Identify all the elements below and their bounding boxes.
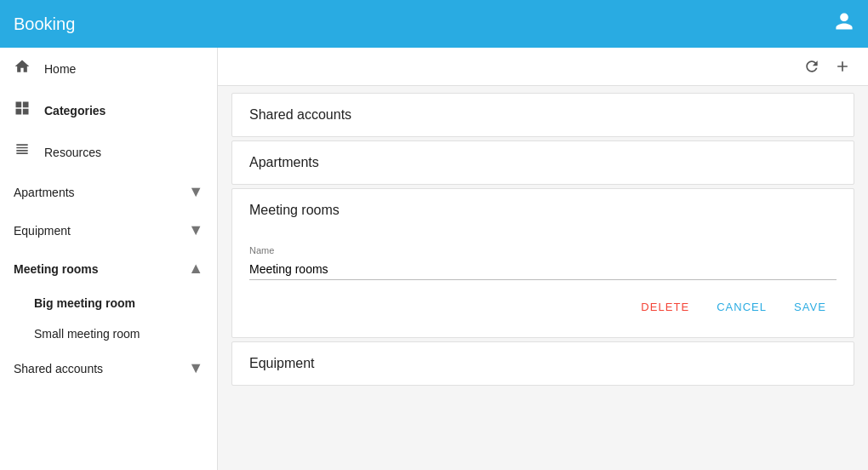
topbar: Booking bbox=[0, 0, 868, 48]
card-meeting-rooms-body: Name DELETE CANCEL SAVE bbox=[232, 232, 854, 337]
resources-icon bbox=[14, 141, 31, 163]
card-shared-accounts-header[interactable]: Shared accounts bbox=[232, 94, 854, 136]
layout: Home Categories Resources Apartments ▼ E… bbox=[0, 48, 868, 470]
card-apartments-header[interactable]: Apartments bbox=[232, 141, 854, 184]
equipment-arrow-icon: ▼ bbox=[188, 221, 203, 239]
card-apartments: Apartments bbox=[231, 140, 854, 185]
sidebar-section-shared-accounts[interactable]: Shared accounts ▼ bbox=[0, 349, 217, 387]
name-field-label: Name bbox=[249, 245, 837, 255]
card-shared-accounts: Shared accounts bbox=[231, 93, 854, 137]
meeting-rooms-section-label: Meeting rooms bbox=[14, 262, 99, 276]
name-field-container: Name bbox=[249, 245, 837, 280]
cancel-button[interactable]: CANCEL bbox=[706, 294, 777, 320]
card-equipment: Equipment bbox=[231, 341, 854, 386]
add-button[interactable] bbox=[831, 54, 854, 78]
main-content: Shared accounts Apartments Meeting rooms… bbox=[218, 48, 868, 470]
sidebar-child-big-meeting-room[interactable]: Big meeting room bbox=[0, 288, 217, 318]
sidebar-section-meeting-rooms[interactable]: Meeting rooms ▲ bbox=[0, 249, 217, 288]
refresh-button[interactable] bbox=[800, 54, 824, 78]
resources-label: Resources bbox=[44, 146, 101, 159]
sidebar-item-home[interactable]: Home bbox=[0, 48, 217, 89]
sidebar: Home Categories Resources Apartments ▼ E… bbox=[0, 48, 218, 470]
home-label: Home bbox=[44, 62, 76, 76]
shared-accounts-arrow-icon: ▼ bbox=[188, 359, 203, 377]
app-title: Booking bbox=[14, 14, 75, 34]
categories-icon bbox=[14, 100, 31, 121]
sidebar-child-small-meeting-room[interactable]: Small meeting room bbox=[0, 318, 217, 349]
save-button[interactable]: SAVE bbox=[784, 294, 837, 320]
apartments-section-label: Apartments bbox=[14, 186, 75, 199]
card-equipment-header[interactable]: Equipment bbox=[232, 342, 854, 385]
categories-label: Categories bbox=[44, 104, 106, 118]
equipment-section-label: Equipment bbox=[14, 224, 71, 238]
sidebar-section-equipment[interactable]: Equipment ▼ bbox=[0, 211, 217, 249]
user-icon[interactable] bbox=[834, 11, 854, 37]
main-toolbar bbox=[218, 48, 868, 86]
sidebar-item-categories[interactable]: Categories bbox=[0, 89, 217, 131]
card-meeting-rooms: Meeting rooms Name DELETE CANCEL SAVE bbox=[231, 188, 854, 338]
home-icon bbox=[14, 58, 31, 79]
sidebar-section-apartments[interactable]: Apartments ▼ bbox=[0, 173, 217, 211]
cards-area: Shared accounts Apartments Meeting rooms… bbox=[218, 86, 868, 393]
name-field-input[interactable] bbox=[249, 259, 837, 280]
sidebar-item-resources[interactable]: Resources bbox=[0, 131, 217, 173]
card-meeting-rooms-header[interactable]: Meeting rooms bbox=[232, 189, 854, 232]
shared-accounts-section-label: Shared accounts bbox=[14, 362, 103, 375]
delete-button[interactable]: DELETE bbox=[631, 294, 700, 320]
card-actions: DELETE CANCEL SAVE bbox=[249, 287, 837, 324]
meeting-rooms-arrow-icon: ▲ bbox=[188, 260, 203, 278]
apartments-arrow-icon: ▼ bbox=[188, 183, 203, 201]
